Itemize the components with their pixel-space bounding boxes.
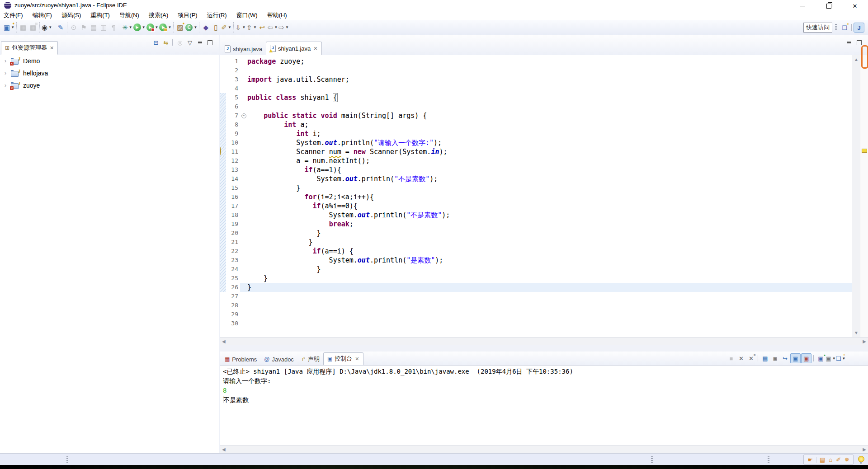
fold-marker-icon[interactable]: − <box>240 111 247 120</box>
toolbar-search[interactable]: ⊙ <box>69 23 78 33</box>
toolbar-open-element[interactable]: ▥ <box>99 23 108 33</box>
code-text[interactable] <box>247 310 852 319</box>
menu-item-1[interactable]: 编辑(E) <box>33 11 57 19</box>
close-view-icon[interactable]: ✕ <box>50 45 54 51</box>
code-line-5[interactable]: 5public class shiyan1 { <box>220 93 852 102</box>
toolbar-save-all[interactable]: ▦▦ <box>28 23 38 33</box>
code-text[interactable]: System.out.println("是素数"); <box>247 256 852 265</box>
training-cap-icon[interactable]: ⌂ <box>829 457 832 463</box>
menu-item-0[interactable]: 文件(F) <box>4 11 28 19</box>
toolbar-new-class[interactable]: C▼ <box>185 23 197 33</box>
toolbar-show-whitespace[interactable]: ¶ <box>109 23 118 33</box>
overview-ruler[interactable] <box>860 55 868 337</box>
code-line-10[interactable]: 10 System.out.println("请输入一个数字:"); <box>220 138 852 147</box>
code-editor[interactable]: 1package zuoye;23import java.util.Scanne… <box>220 55 852 339</box>
warning-marker[interactable] <box>862 149 867 153</box>
dropdown-arrow-icon[interactable]: ▼ <box>274 25 278 29</box>
console-output[interactable]: <已终止> shiyan1 [Java 应用程序] D:\Java\jdk1.8… <box>220 365 868 447</box>
toolbar-forward[interactable]: ⇨▼ <box>278 23 289 33</box>
toolbar-back[interactable]: ⇦▼ <box>268 23 278 33</box>
code-text[interactable] <box>247 292 852 301</box>
code-text[interactable]: } <box>247 265 852 274</box>
code-line-26[interactable]: 26} <box>220 283 852 292</box>
editor-tab-shiyan1.java[interactable]: Jshiyan1.java✕ <box>266 42 322 55</box>
code-text[interactable]: int a; <box>247 120 852 129</box>
toolbar-open-task-list[interactable]: ▯ <box>211 23 220 33</box>
code-line-18[interactable]: 18 System.out.println("不是素数"); <box>220 211 852 220</box>
restore-button[interactable] <box>816 0 842 12</box>
project-item-zuoye[interactable]: ›J✕zuoye <box>0 79 219 91</box>
code-text[interactable] <box>247 102 852 111</box>
dropdown-arrow-icon[interactable]: ▼ <box>228 25 231 29</box>
dropdown-arrow-icon[interactable]: ▼ <box>155 25 159 29</box>
toolbar-run-external-tools[interactable]: ▼ <box>159 23 171 33</box>
dropdown-arrow-icon[interactable]: ▼ <box>832 356 836 361</box>
code-line-23[interactable]: 23 System.out.println("是素数"); <box>220 256 852 265</box>
code-text[interactable]: a = num.nextInt(); <box>247 156 852 165</box>
scroll-left-icon[interactable]: ◀ <box>222 447 226 452</box>
console-view-tab-Problems[interactable]: ▦Problems <box>221 353 260 365</box>
toolbar-save[interactable]: ▦ <box>19 23 28 33</box>
scroll-right-icon[interactable]: ▶ <box>863 339 866 344</box>
notification-bulb-icon[interactable] <box>858 456 864 462</box>
code-text[interactable]: public static void main(String[] args) { <box>247 111 852 120</box>
dropdown-arrow-icon[interactable]: ▼ <box>11 25 14 29</box>
toolbar-minimize[interactable] <box>846 354 855 363</box>
code-text[interactable]: break; <box>247 220 852 229</box>
scroll-down-icon[interactable]: ▼ <box>852 330 860 335</box>
toolbar-run[interactable]: ▼ <box>133 23 146 33</box>
code-line-12[interactable]: 12 a = num.nextInt(); <box>220 156 852 165</box>
scroll-up-icon[interactable]: ▲ <box>852 57 860 62</box>
code-line-11[interactable]: 11 Scanner num = new Scanner(System.in); <box>220 147 852 156</box>
code-text[interactable]: if(a==i) { <box>247 247 852 256</box>
editor-vertical-scrollbar[interactable]: ▲ ▼ <box>852 55 860 337</box>
code-line-29[interactable]: 29 <box>220 310 852 319</box>
tab-package-explorer[interactable]: ⊞ 包资源管理器 ✕ <box>1 41 58 55</box>
code-text[interactable]: for(i=2;i<a;i++){ <box>247 192 852 202</box>
code-text[interactable]: package zuoye; <box>247 57 852 66</box>
editor-horizontal-scrollbar[interactable]: ◀ ▶ <box>220 337 868 346</box>
code-line-30[interactable]: 30 <box>220 319 852 328</box>
scroll-right-icon[interactable]: ▶ <box>863 447 866 452</box>
code-text[interactable]: } <box>247 229 852 238</box>
java-perspective-button[interactable]: J <box>854 23 864 33</box>
tutorials-book-icon[interactable]: ▤ <box>820 457 825 463</box>
menu-item-3[interactable]: 重构(T) <box>90 11 115 19</box>
menu-item-7[interactable]: 运行(R) <box>207 11 232 19</box>
toolbar-debug[interactable]: ✳▼ <box>122 23 132 33</box>
open-perspective-button[interactable]: ❏ ✦ <box>840 23 849 32</box>
menu-item-5[interactable]: 搜索(A) <box>149 11 173 19</box>
code-text[interactable] <box>247 66 852 75</box>
code-line-28[interactable]: 28 <box>220 301 852 310</box>
toolbar-link-with-editor[interactable]: ⇆ <box>161 38 170 47</box>
dropdown-arrow-icon[interactable]: ▼ <box>193 25 197 29</box>
code-line-1[interactable]: 1package zuoye; <box>220 57 852 66</box>
code-line-16[interactable]: 16 for(i=2;i<a;i++){ <box>220 192 852 202</box>
toolbar-pin-console[interactable]: ▣● <box>816 354 826 363</box>
toolbar-terminate[interactable]: ■ <box>726 354 736 363</box>
console-view-tab-Javadoc[interactable]: @Javadoc <box>260 353 297 365</box>
dropdown-arrow-icon[interactable]: ▼ <box>285 25 289 29</box>
code-line-4[interactable]: 4 <box>220 84 852 93</box>
toolbar-mark-occurrences[interactable]: ✐▼ <box>221 23 231 33</box>
toolbar-coverage[interactable]: ▼ <box>146 23 159 33</box>
code-line-21[interactable]: 21 } <box>220 238 852 247</box>
console-horizontal-scrollbar[interactable]: ◀ ▶ <box>220 445 868 454</box>
community-star-icon[interactable]: ✵ <box>844 457 849 463</box>
toolbar-maximize[interactable] <box>856 354 865 363</box>
code-line-13[interactable]: 13 if(a==1){ <box>220 165 852 174</box>
code-text[interactable]: Scanner num = new Scanner(System.in); <box>247 147 852 156</box>
code-line-17[interactable]: 17 if(a%i==0){ <box>220 202 852 211</box>
toolbar-open-type[interactable]: ◆ <box>201 23 210 33</box>
toolbar-focus[interactable]: ◎ <box>175 38 184 47</box>
code-text[interactable]: } <box>247 183 852 192</box>
tips-wand-icon[interactable]: ✐ <box>836 457 841 463</box>
toolbar-format-brush[interactable]: ✎ <box>56 23 65 33</box>
toolbar-open-console[interactable]: ❏✦▼ <box>836 354 845 363</box>
toolbar-view-menu[interactable]: ▽ <box>185 38 194 47</box>
donate-hand-icon[interactable]: ☛ <box>807 457 813 463</box>
close-button[interactable]: ✕ <box>842 0 868 12</box>
toolbar-build-doc[interactable]: ▤ <box>89 23 98 33</box>
menu-item-6[interactable]: 项目(P) <box>178 11 202 19</box>
code-line-8[interactable]: 8 int a; <box>220 120 852 129</box>
